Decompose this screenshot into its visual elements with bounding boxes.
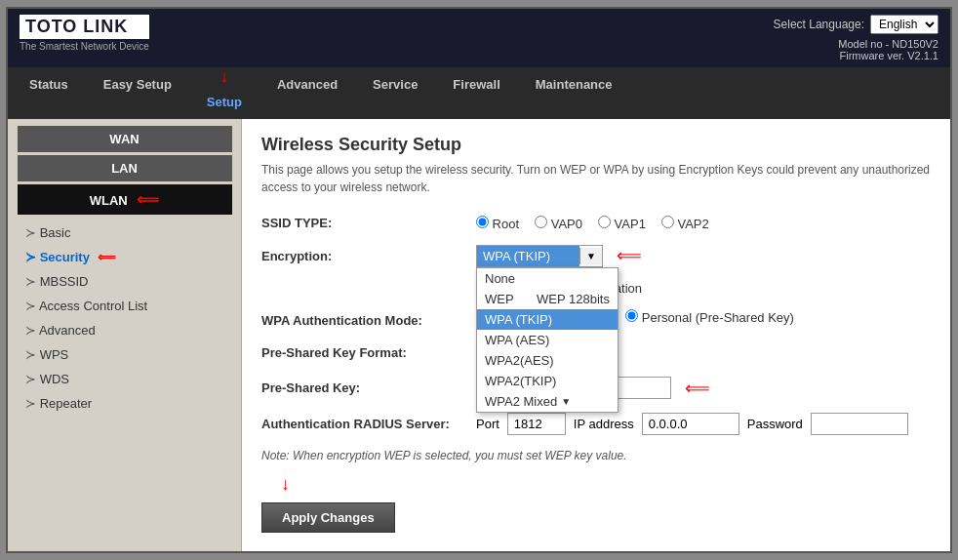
nav-setup[interactable]: Setup bbox=[189, 85, 259, 119]
nav-status[interactable]: Status bbox=[12, 67, 86, 119]
psk-arrow-indicator: ⟸ bbox=[685, 378, 710, 399]
wpa-auth-label: WPA Authentication Mode: bbox=[261, 309, 476, 328]
encryption-selected-text: WPA (TKIP) bbox=[477, 246, 579, 266]
radius-ip-label: IP address bbox=[574, 417, 634, 431]
ssid-vap1-label: VAP1 bbox=[598, 216, 646, 231]
sidebar-link-mbssid[interactable]: MBSSID bbox=[8, 269, 241, 294]
apply-arrow-indicator: ↓ bbox=[281, 474, 290, 495]
logo-sub: The Smartest Network Device bbox=[20, 41, 149, 52]
outer-frame: TOTO LINK The Smartest Network Device Se… bbox=[0, 0, 958, 560]
ssid-vap2-radio[interactable] bbox=[661, 216, 674, 228]
model-info: Model no - ND150V2 bbox=[774, 38, 938, 50]
logo-text: TOTO LINK bbox=[25, 17, 128, 36]
encryption-label: Encryption: bbox=[261, 245, 476, 263]
radius-port-label: Port bbox=[476, 417, 499, 431]
sidebar: WAN LAN WLAN ⟸ Basic Security ⟸ MBSSID A… bbox=[8, 119, 242, 551]
lang-label: Select Language: bbox=[774, 18, 864, 31]
dropdown-arrow-icon: ▼ bbox=[579, 248, 602, 264]
encrypt-none[interactable]: None bbox=[477, 268, 618, 289]
sidebar-links: Basic Security ⟸ MBSSID Access Control L… bbox=[8, 218, 241, 419]
note-text: Note: When encryption WEP is selected, y… bbox=[261, 449, 627, 462]
encryption-arrow-indicator: ⟸ bbox=[617, 245, 642, 266]
ssid-type-control: Root VAP0 VAP1 VAP2 bbox=[476, 212, 931, 231]
radius-pw-label: Password bbox=[747, 417, 803, 431]
ssid-type-row: SSID TYPE: Root VAP0 VAP1 VAP2 bbox=[261, 212, 931, 231]
logo-box: TOTO LINK bbox=[20, 15, 149, 39]
ssid-root-radio[interactable] bbox=[476, 216, 489, 228]
nav-service[interactable]: Service bbox=[355, 67, 435, 119]
sidebar-link-advanced[interactable]: Advanced bbox=[8, 318, 241, 342]
encrypt-wpa-aes[interactable]: WPA (AES) bbox=[477, 330, 618, 350]
nav-maintenance[interactable]: Maintenance bbox=[518, 67, 630, 119]
encryption-dropdown-list: None WEP WEP 128bits WPA (TKIP) WPA (AES… bbox=[476, 267, 619, 413]
lang-select[interactable]: English bbox=[870, 15, 938, 34]
page-desc: This page allows you setup the wireless … bbox=[261, 161, 931, 196]
encrypt-wpa2-mixed[interactable]: WPA2 Mixed ▼ bbox=[477, 391, 618, 412]
encrypt-wep[interactable]: WEP WEP 128bits bbox=[477, 289, 618, 309]
sidebar-btn-wan[interactable]: WAN bbox=[18, 126, 232, 152]
psk-label: Pre-Shared Key: bbox=[261, 377, 476, 395]
ssid-root-label: Root bbox=[476, 216, 519, 231]
sidebar-link-wps[interactable]: WPS bbox=[8, 342, 241, 367]
ssid-vap0-label: VAP0 bbox=[535, 216, 582, 231]
nav-firewall[interactable]: Firewall bbox=[435, 67, 517, 119]
encryption-control: WPA (TKIP) ▼ None WEP WEP 128bits WPA (T… bbox=[476, 245, 931, 267]
wpa-personal-label: Personal (Pre-Shared Key) bbox=[625, 309, 794, 325]
sidebar-btn-wlan[interactable]: WLAN ⟸ bbox=[18, 184, 232, 215]
logo-area: TOTO LINK The Smartest Network Device bbox=[20, 15, 149, 52]
wlan-arrow-icon: ⟸ bbox=[137, 191, 159, 208]
radius-control: Port IP address Password bbox=[476, 413, 931, 435]
auth-802-spacer bbox=[261, 281, 476, 285]
ssid-vap2-label: VAP2 bbox=[661, 216, 709, 231]
header-right: Select Language: English Model no - ND15… bbox=[774, 15, 938, 61]
radius-row: Authentication RADIUS Server: Port IP ad… bbox=[261, 413, 931, 435]
main-window: TOTO LINK The Smartest Network Device Se… bbox=[6, 7, 952, 553]
ssid-vap1-radio[interactable] bbox=[598, 216, 611, 228]
sidebar-btn-lan[interactable]: LAN bbox=[18, 155, 232, 181]
wpa-personal-radio[interactable] bbox=[625, 309, 638, 322]
ssid-vap0-radio[interactable] bbox=[535, 216, 547, 228]
nav-bar: Status Easy Setup ↓ Setup Advanced Servi… bbox=[8, 67, 950, 119]
radius-port-input[interactable] bbox=[507, 413, 566, 435]
sidebar-link-repeater[interactable]: Repeater bbox=[8, 391, 241, 416]
sidebar-link-basic[interactable]: Basic bbox=[8, 220, 241, 245]
main-panel: Wireless Security Setup This page allows… bbox=[242, 119, 950, 551]
psk-format-label: Pre-Shared Key Format: bbox=[261, 341, 476, 360]
lang-select-area: Select Language: English bbox=[774, 15, 938, 34]
encryption-dropdown: WPA (TKIP) ▼ None WEP WEP 128bits WPA (T… bbox=[476, 245, 603, 267]
apply-changes-button[interactable]: Apply Changes bbox=[261, 502, 395, 533]
radius-ip-input[interactable] bbox=[642, 413, 739, 435]
ssid-type-label: SSID TYPE: bbox=[261, 212, 476, 230]
encrypt-wep128-label: WEP 128bits bbox=[537, 292, 610, 306]
sidebar-link-acl[interactable]: Access Control List bbox=[8, 294, 241, 318]
note-area: Note: When encryption WEP is selected, y… bbox=[261, 449, 931, 495]
sidebar-link-security[interactable]: Security ⟸ bbox=[8, 245, 241, 269]
page-title: Wireless Security Setup bbox=[261, 135, 931, 155]
nav-advanced[interactable]: Advanced bbox=[259, 67, 355, 119]
encrypt-wpa2-tkip[interactable]: WPA2(TKIP) bbox=[477, 371, 618, 391]
header: TOTO LINK The Smartest Network Device Se… bbox=[8, 9, 950, 67]
nav-easy-setup[interactable]: Easy Setup bbox=[86, 67, 189, 119]
encryption-row: Encryption: WPA (TKIP) ▼ None WEP bbox=[261, 245, 931, 267]
radius-label: Authentication RADIUS Server: bbox=[261, 413, 476, 431]
encrypt-wpa2-aes[interactable]: WPA2(AES) bbox=[477, 350, 618, 371]
sidebar-link-wds[interactable]: WDS bbox=[8, 367, 241, 391]
security-arrow-icon: ⟸ bbox=[98, 250, 116, 264]
encrypt-wpa-tkip[interactable]: WPA (TKIP) bbox=[477, 309, 618, 330]
firmware-info: Firmware ver. V2.1.1 bbox=[774, 50, 938, 61]
radius-pw-input[interactable] bbox=[811, 413, 908, 435]
encryption-dropdown-display[interactable]: WPA (TKIP) ▼ bbox=[476, 245, 603, 267]
content-area: WAN LAN WLAN ⟸ Basic Security ⟸ MBSSID A… bbox=[8, 119, 950, 551]
